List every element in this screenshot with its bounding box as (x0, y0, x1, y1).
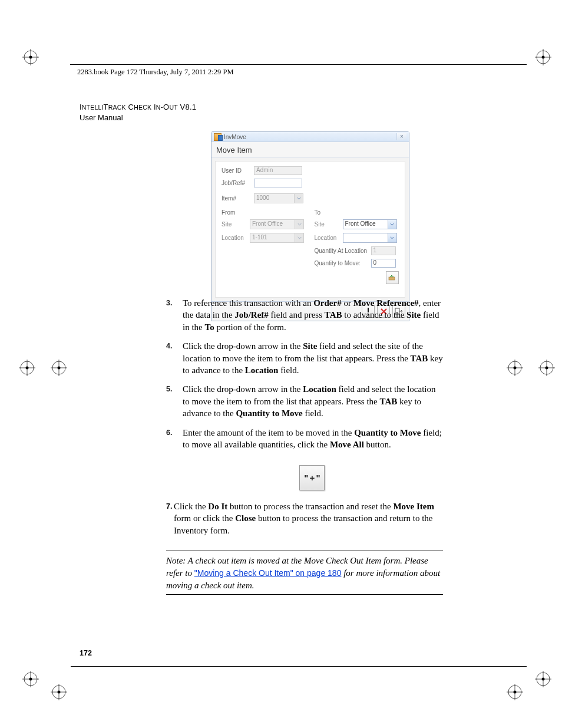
cross-reference-link[interactable]: "Moving a Check Out Item" on page 180 (194, 568, 342, 578)
label-to-site: Site (315, 221, 343, 228)
footer-rule (71, 666, 527, 667)
label-from-location: Location (222, 235, 250, 241)
label-from-site: Site (222, 221, 250, 228)
move-all-button[interactable] (386, 271, 399, 284)
step-7: 7. Click the Do It button to process the… (166, 500, 443, 536)
to-site-combo[interactable]: Front Office (343, 219, 397, 229)
page-number: 172 (80, 649, 92, 657)
cropmark-icon (22, 671, 39, 687)
step-5: 5. Click the drop-down arrow in the Loca… (166, 383, 443, 419)
label-to: To (315, 209, 399, 216)
chevron-down-icon[interactable] (388, 220, 396, 229)
instruction-list: 3. To reference this transaction with an… (166, 297, 443, 457)
chevron-down-icon (295, 220, 303, 229)
label-from: From (222, 209, 306, 216)
close-icon[interactable]: × (396, 133, 406, 140)
cropmark-icon (51, 360, 67, 376)
label-userid: User ID (222, 167, 254, 174)
form-panel: User ID Admin Job/Ref# Item# 1000 From S… (215, 161, 405, 298)
userid-field: Admin (254, 166, 302, 175)
from-site-combo: Front Office (250, 219, 304, 229)
label-qty-at-location: Quantity At Location (315, 248, 371, 254)
to-panel: To Site Front Office Location (315, 209, 399, 288)
cropmark-icon (22, 49, 39, 65)
cropmark-icon (51, 684, 67, 700)
page-header-text: 2283.book Page 172 Thursday, July 7, 201… (77, 68, 234, 77)
form-title: Move Item (211, 142, 409, 157)
cropmark-icon (535, 671, 551, 687)
chevron-down-icon (294, 194, 303, 203)
from-location-combo: 1-101 (250, 233, 304, 243)
move-all-icon (388, 274, 396, 281)
item-combo: 1000 (254, 193, 303, 203)
label-item: Item# (222, 195, 254, 202)
cropmark-icon (19, 360, 35, 376)
step-6: 6. Enter the amount of the item to be mo… (166, 427, 443, 451)
to-location-combo[interactable] (343, 233, 397, 243)
cropmark-icon (507, 360, 523, 376)
move-all-button-large[interactable]: " + " (299, 465, 325, 490)
cropmark-icon (507, 684, 523, 700)
chevron-down-icon (295, 233, 303, 242)
step-4: 4. Click the drop-down arrow in the Site… (166, 340, 443, 376)
window-title: InvMove (224, 134, 246, 140)
header-rule (70, 64, 527, 65)
qty-to-move-field[interactable]: 0 (371, 259, 396, 268)
label-qty-to-move: Quantity to Move: (315, 260, 371, 266)
cropmark-icon (535, 49, 551, 65)
doc-title: INTELLITRACK CHECK IN-OUT V8.1 User Manu… (80, 102, 196, 123)
qty-at-location-field: 1 (371, 246, 396, 255)
app-icon (214, 133, 222, 141)
chevron-down-icon[interactable] (388, 233, 396, 242)
window-titlebar[interactable]: InvMove × (211, 132, 409, 142)
from-panel: From Site Front Office Location 1-101 (222, 209, 306, 288)
svg-rect-40 (389, 277, 395, 280)
note-block: Note: A check out item is moved at the M… (166, 551, 443, 595)
cropmark-icon (538, 360, 555, 376)
move-item-window: InvMove × Move Item User ID Admin Job/Re… (211, 131, 409, 321)
step-3: 3. To reference this transaction with an… (166, 297, 443, 333)
jobref-field[interactable] (254, 179, 302, 187)
label-jobref: Job/Ref# (222, 180, 254, 186)
label-to-location: Location (315, 235, 343, 241)
